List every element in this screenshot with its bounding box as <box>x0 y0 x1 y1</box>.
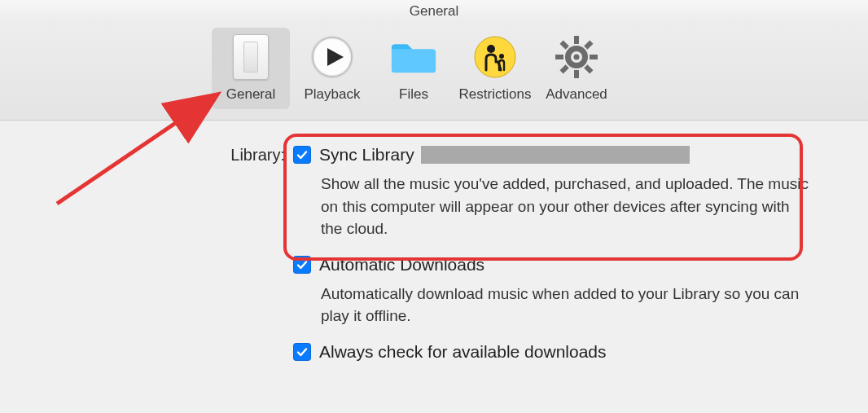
svg-rect-7 <box>584 40 593 49</box>
window-title: General <box>0 0 868 23</box>
svg-rect-6 <box>574 36 579 44</box>
tab-files-label: Files <box>376 86 451 103</box>
svg-point-4 <box>499 54 504 59</box>
tab-general-label: General <box>213 86 288 103</box>
svg-rect-11 <box>559 64 568 73</box>
switch-icon <box>226 33 275 81</box>
folder-icon <box>389 33 438 81</box>
tab-general[interactable]: General <box>212 28 290 109</box>
tab-advanced[interactable]: Advanced <box>537 28 616 109</box>
preferences-toolbar: General Playback Files <box>0 23 868 121</box>
checkbox-sync-library[interactable] <box>293 146 311 164</box>
svg-rect-12 <box>555 55 563 59</box>
option-automatic-downloads: Automatic Downloads Automatically downlo… <box>293 255 835 327</box>
gear-icon <box>552 33 601 81</box>
tab-restrictions[interactable]: Restrictions <box>456 28 534 109</box>
option-always-check-downloads-label: Always check for available downloads <box>319 342 607 362</box>
tab-playback[interactable]: Playback <box>293 28 371 109</box>
svg-rect-8 <box>590 55 598 59</box>
tab-files[interactable]: Files <box>375 28 453 109</box>
redacted-text <box>421 146 690 164</box>
svg-rect-10 <box>574 70 579 78</box>
svg-rect-13 <box>559 40 568 49</box>
content-area: Library: Sync Library Show all the music… <box>0 121 868 362</box>
tab-advanced-label: Advanced <box>539 86 614 103</box>
section-label-library: Library: <box>33 145 293 165</box>
checkbox-always-check-downloads[interactable] <box>293 343 311 361</box>
svg-point-3 <box>487 45 495 53</box>
svg-point-15 <box>574 55 580 60</box>
option-automatic-downloads-description: Automatically download music when added … <box>321 283 809 327</box>
parental-icon <box>471 33 519 81</box>
tab-restrictions-label: Restrictions <box>458 86 533 103</box>
option-sync-library: Sync Library Show all the music you've a… <box>293 145 835 240</box>
play-icon <box>308 33 357 81</box>
option-always-check-downloads: Always check for available downloads <box>293 342 835 362</box>
option-sync-library-label: Sync Library <box>319 145 414 165</box>
tab-playback-label: Playback <box>295 86 370 103</box>
checkbox-automatic-downloads[interactable] <box>293 256 311 274</box>
option-sync-library-description: Show all the music you've added, purchas… <box>321 173 809 240</box>
svg-rect-9 <box>584 64 593 73</box>
option-automatic-downloads-label: Automatic Downloads <box>319 255 484 275</box>
